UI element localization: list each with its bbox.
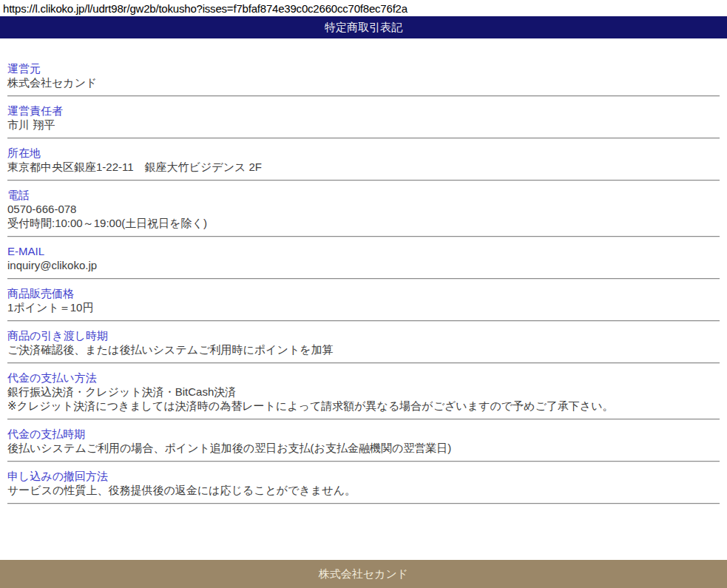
section-value: サービスの性質上、役務提供後の返金には応じることができません。 [7,483,720,497]
section-value-line: 株式会社セカンド [7,75,720,89]
section-divider [7,419,720,420]
section-value-line: 銀行振込決済・クレジット決済・BitCash決済 [7,385,720,399]
section-value-line: ※クレジット決済につきましては決済時の為替レートによって請求額が異なる場合がござ… [7,399,720,413]
section-value-line: 後払いシステムご利用の場合、ポイント追加後の翌日お支払(お支払金融機関の翌営業日… [7,441,720,455]
tokusho-sections: 運営元 株式会社セカンド 運営責任者 市川 翔平 所在地 東京都中央区銀座1-2… [0,38,727,504]
section-label: 代金の支払い方法 [7,371,720,385]
section-divider [7,95,720,97]
section-divider [7,320,720,322]
section-label: E-MAIL [7,244,720,258]
section-value: 株式会社セカンド [7,75,720,89]
page-title: 特定商取引表記 [325,21,402,33]
section-label: 商品の引き渡し時期 [7,328,720,342]
page-title-bar: 特定商取引表記 [0,16,727,38]
tokusho-page: https://l.clikoko.jp/l/udrt98r/gw2b/toku… [0,0,727,588]
section-divider [7,278,720,280]
section-value-line: ご決済確認後、または後払いシステムご利用時にポイントを加算 [7,342,720,356]
page-footer: 株式会社セカンド [0,560,727,588]
section-value: ご決済確認後、または後払いシステムご利用時にポイントを加算 [7,342,720,356]
section-value-line: 市川 翔平 [7,118,720,132]
tokusho-section: 電話 0570-666-078受付時間:10:00～19:00(土日祝日を除く) [7,188,720,237]
section-value: 1ポイント＝10円 [7,300,720,314]
section-divider [7,362,720,364]
section-label: 商品販売価格 [7,286,720,300]
section-divider [7,236,720,237]
section-value-line: inquiry@clikoko.jp [7,258,720,272]
tokusho-section: 代金の支払時期 後払いシステムご利用の場合、ポイント追加後の翌日お支払(お支払金… [7,427,720,462]
tokusho-section: 商品販売価格 1ポイント＝10円 [7,286,720,322]
footer-company-name: 株式会社セカンド [319,567,408,580]
section-value-line: 0570-666-078 [7,202,720,216]
section-divider [7,461,720,462]
tokusho-section: 運営責任者 市川 翔平 [7,104,720,139]
section-label: 運営元 [7,61,720,75]
section-value-line: 1ポイント＝10円 [7,300,720,314]
section-value: 東京都中央区銀座1-22-11 銀座大竹ビジデンス 2F [7,160,720,174]
section-label: 電話 [7,188,720,202]
section-value-line: 受付時間:10:00～19:00(土日祝日を除く) [7,216,720,230]
tokusho-section: 申し込みの撤回方法 サービスの性質上、役務提供後の返金には応じることができません… [7,469,720,504]
tokusho-section: 代金の支払い方法 銀行振込決済・クレジット決済・BitCash決済※クレジット決… [7,371,720,420]
section-value-line: 東京都中央区銀座1-22-11 銀座大竹ビジデンス 2F [7,160,720,174]
page-url-text: https://l.clikoko.jp/l/udrt98r/gw2b/toku… [0,0,727,16]
section-value: inquiry@clikoko.jp [7,258,720,272]
section-value: 0570-666-078受付時間:10:00～19:00(土日祝日を除く) [7,202,720,230]
tokusho-section: 所在地 東京都中央区銀座1-22-11 銀座大竹ビジデンス 2F [7,146,720,181]
section-divider [7,503,720,504]
section-divider [7,138,720,139]
section-label: 代金の支払時期 [7,427,720,441]
section-value: 銀行振込決済・クレジット決済・BitCash決済※クレジット決済につきましては決… [7,385,720,413]
section-label: 所在地 [7,146,720,160]
tokusho-section: 商品の引き渡し時期 ご決済確認後、または後払いシステムご利用時にポイントを加算 [7,328,720,364]
tokusho-section: E-MAIL inquiry@clikoko.jp [7,244,720,280]
section-divider [7,180,720,181]
section-label: 運営責任者 [7,104,720,118]
section-value-line: サービスの性質上、役務提供後の返金には応じることができません。 [7,483,720,497]
section-label: 申し込みの撤回方法 [7,469,720,483]
section-value: 後払いシステムご利用の場合、ポイント追加後の翌日お支払(お支払金融機関の翌営業日… [7,441,720,455]
section-value: 市川 翔平 [7,118,720,132]
tokusho-section: 運営元 株式会社セカンド [7,61,720,97]
